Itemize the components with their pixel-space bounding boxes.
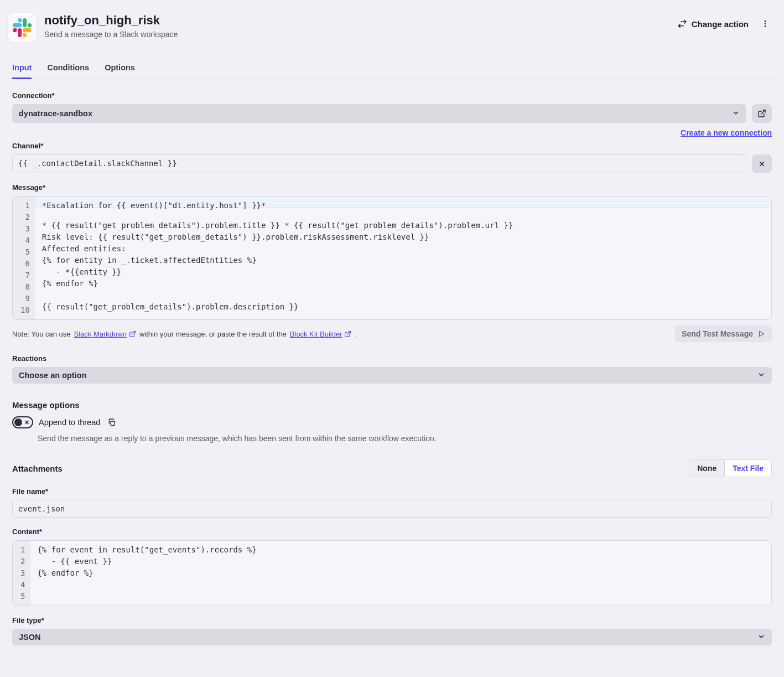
code-line: * {{ result("get_problem_details").probl… — [42, 220, 765, 231]
content-label: Content* — [12, 528, 772, 536]
chevron-down-icon — [732, 109, 740, 118]
append-to-thread-toggle[interactable]: ✕ — [12, 416, 33, 428]
connection-selected: dynatrace-sandbox — [19, 109, 92, 118]
connection-label: Connection* — [12, 91, 772, 100]
message-gutter: 12345678910 — [13, 197, 35, 319]
external-link-icon — [757, 109, 766, 118]
svg-marker-5 — [760, 331, 764, 336]
code-line: {{ result("get_problem_details").problem… — [42, 301, 765, 313]
channel-label: Channel* — [12, 142, 772, 150]
tab-input[interactable]: Input — [12, 58, 32, 79]
attachments-heading: Attachments — [12, 464, 63, 473]
attachments-segmented: None Text File — [689, 459, 772, 477]
send-test-label: Send Test Message — [682, 329, 753, 338]
tab-options[interactable]: Options — [105, 58, 135, 79]
external-link-icon — [129, 330, 136, 338]
slack-markdown-link[interactable]: Slack Markdown — [74, 330, 136, 338]
code-line: {% for entity in _.ticket.affectedEtntit… — [42, 255, 765, 266]
filename-input[interactable]: event.json — [12, 500, 772, 518]
slack-icon — [13, 18, 32, 37]
code-line: {% for event in result("get_events").rec… — [37, 544, 765, 556]
change-action-button[interactable]: Change action — [673, 15, 753, 32]
connection-select[interactable]: dynatrace-sandbox — [12, 104, 746, 123]
filetype-label: File type* — [12, 616, 772, 624]
create-connection-link[interactable]: Create a new connection — [681, 128, 772, 137]
reactions-placeholder: Choose an option — [19, 371, 86, 380]
message-options-heading: Message options — [12, 400, 772, 410]
svg-point-2 — [765, 25, 766, 27]
page-title: notify_on_high_risk — [44, 13, 665, 28]
block-kit-builder-link[interactable]: Block Kit Builder — [290, 330, 352, 338]
copy-icon — [107, 418, 116, 427]
code-line: - {{ event }} — [37, 556, 765, 567]
header: notify_on_high_risk Send a message to a … — [8, 10, 776, 45]
slack-markdown-link-label: Slack Markdown — [74, 330, 127, 338]
close-icon — [758, 160, 766, 168]
append-thread-copy-button[interactable] — [106, 416, 118, 428]
code-line: {% endfor %} — [37, 567, 765, 579]
attachments-text-file[interactable]: Text File — [724, 460, 771, 477]
clear-channel-button[interactable] — [752, 154, 772, 173]
content-lines: {% for event in result("get_events").rec… — [30, 541, 771, 606]
attachments-none[interactable]: None — [689, 460, 724, 477]
note-prefix: Note: You can use — [12, 330, 71, 338]
filename-input-value: event.json — [18, 504, 65, 513]
filetype-selected: JSON — [19, 633, 41, 642]
message-editor[interactable]: 12345678910 *Escalation for {{ event()["… — [12, 196, 772, 320]
slack-app-icon — [8, 13, 37, 42]
channel-input[interactable]: {{ _.contactDetail.slackChannel }} — [12, 154, 746, 172]
code-line: Affected entities: — [42, 243, 765, 255]
svg-rect-6 — [111, 421, 115, 425]
chevron-down-icon — [757, 633, 765, 642]
page-subtitle: Send a message to a Slack workspace — [44, 30, 665, 39]
filetype-select[interactable]: JSON — [12, 629, 772, 645]
more-menu-button[interactable] — [759, 17, 772, 30]
swap-icon — [677, 19, 687, 29]
tabs: Input Conditions Options — [8, 58, 776, 79]
code-line: {% endfor %} — [42, 278, 765, 290]
note-suffix: . — [355, 330, 357, 338]
message-label: Message* — [12, 183, 772, 192]
code-line — [37, 579, 765, 591]
append-to-thread-label: Append to thread — [39, 418, 100, 427]
code-line: - *{{entity }} — [42, 266, 765, 278]
code-line: *Escalation for {{ event()["dt.entity.ho… — [35, 197, 771, 208]
external-link-icon — [344, 330, 351, 338]
send-test-message-button[interactable]: Send Test Message — [675, 325, 772, 342]
svg-point-0 — [765, 20, 766, 22]
svg-point-1 — [765, 23, 766, 25]
content-editor[interactable]: 12345 {% for event in result("get_events… — [12, 540, 772, 606]
reactions-select[interactable]: Choose an option — [12, 367, 772, 384]
open-connection-button[interactable] — [752, 104, 772, 123]
code-line — [42, 290, 765, 301]
reactions-label: Reactions — [12, 354, 772, 363]
message-lines: *Escalation for {{ event()["dt.entity.ho… — [35, 197, 771, 319]
play-icon — [757, 330, 765, 338]
channel-input-value: {{ _.contactDetail.slackChannel }} — [18, 159, 177, 168]
kebab-icon — [761, 19, 770, 28]
block-kit-builder-link-label: Block Kit Builder — [290, 330, 342, 338]
code-line — [37, 591, 765, 602]
append-to-thread-help: Send the message as a reply to a previou… — [12, 434, 772, 443]
code-line: Risk level: {{ result("get_problem_detai… — [42, 231, 765, 243]
tab-conditions[interactable]: Conditions — [47, 58, 89, 79]
chevron-down-icon — [757, 371, 765, 380]
note-middle: within your message, or paste the result… — [139, 330, 287, 338]
content-gutter: 12345 — [13, 541, 30, 606]
filename-label: File name* — [12, 487, 772, 495]
change-action-label: Change action — [692, 19, 749, 29]
